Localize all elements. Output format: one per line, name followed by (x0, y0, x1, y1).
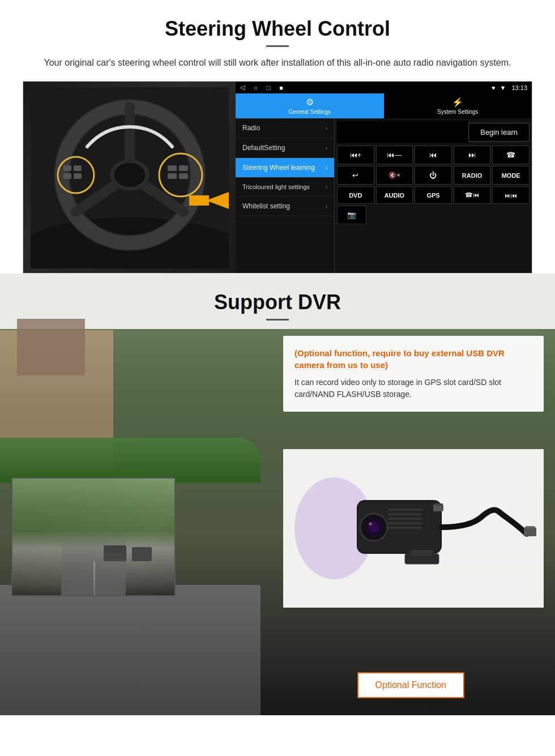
ctrl-mode[interactable]: MODE (492, 166, 530, 185)
ctrl-vol-up[interactable]: ⏮+ (337, 146, 374, 164)
chevron-right-icon: › (326, 184, 327, 190)
ctrl-audio[interactable]: AUDIO (376, 186, 413, 204)
svg-point-8 (114, 163, 146, 187)
steering-controls-area: Begin learn ⏮+ ⏮— ⏮ ⏭ ☎ ↩ 🔇× ⏻ RADIO (335, 118, 532, 273)
chevron-right-icon: › (326, 165, 327, 171)
ctrl-mute[interactable]: 🔇× (376, 166, 413, 185)
svg-rect-31 (388, 522, 422, 524)
ctrl-next-track[interactable]: ⏭ (454, 146, 491, 164)
menu-tricoloured-label: Tricoloured light settings (242, 183, 310, 190)
tab-system-label: System Settings (437, 109, 478, 115)
svg-rect-14 (74, 173, 82, 179)
road-left (0, 585, 261, 715)
svg-rect-38 (411, 550, 433, 556)
android-main-content: Radio › DefaultSetting › Steering Wheel … (236, 118, 532, 273)
steering-section: Steering Wheel Control Your original car… (0, 0, 555, 274)
tab-general-label: General Settings (289, 109, 331, 115)
svg-rect-28 (388, 509, 422, 511)
ctrl-next-prev[interactable]: ⏭⏮ (492, 186, 530, 204)
svg-rect-16 (179, 165, 188, 171)
steering-demo-area: ◁ ○ □ ■ ♥ ▼ 13:13 ⚙ General Settings ⚡ S… (23, 81, 532, 274)
nav-recent-icon[interactable]: □ (267, 84, 271, 91)
dvr-divider (266, 319, 289, 321)
control-button-grid: ⏮+ ⏮— ⏮ ⏭ ☎ ↩ 🔇× ⏻ RADIO MODE DVD AUDIO (337, 146, 530, 204)
svg-rect-12 (74, 165, 82, 171)
menu-steering-label: Steering Wheel learning (242, 164, 315, 172)
dvr-camera-svg (289, 455, 538, 602)
svg-rect-15 (168, 165, 177, 171)
ctrl-prev-track[interactable]: ⏮ (415, 146, 452, 164)
status-bar: ◁ ○ □ ■ ♥ ▼ 13:13 (236, 82, 532, 93)
ctrl-power[interactable]: ⏻ (415, 166, 452, 185)
dvr-background: Support DVR (Optional function, require … (0, 274, 555, 715)
svg-rect-29 (388, 513, 422, 515)
hedge-left (0, 438, 261, 483)
dashcam-preview-thumbnail (11, 477, 176, 596)
clock-display: 13:13 (511, 84, 527, 91)
svg-rect-35 (524, 527, 536, 536)
building-window-left (17, 319, 85, 375)
svg-point-27 (369, 522, 372, 526)
menu-item-whitelist[interactable]: Whitelist setting › (236, 197, 334, 216)
dvr-title: Support DVR (0, 291, 555, 314)
svg-rect-32 (388, 527, 422, 529)
dvr-desc-text: It can record video only to storage in G… (294, 377, 532, 400)
menu-defaultsetting-label: DefaultSetting (242, 144, 285, 152)
steering-subtitle: Your original car's steering wheel contr… (34, 56, 521, 70)
android-ui-panel: ◁ ○ □ ■ ♥ ▼ 13:13 ⚙ General Settings ⚡ S… (236, 82, 532, 273)
controls-top-bar: Begin learn (337, 121, 530, 143)
ctrl-vol-down[interactable]: ⏮— (376, 146, 413, 164)
svg-rect-36 (526, 526, 535, 528)
chevron-right-icon: › (326, 125, 327, 131)
menu-whitelist-label: Whitelist setting (242, 202, 290, 210)
svg-rect-17 (168, 173, 177, 179)
chevron-right-icon: › (326, 145, 327, 151)
gear-icon: ⚙ (306, 97, 314, 108)
menu-radio-label: Radio (242, 124, 260, 132)
begin-learn-button[interactable]: Begin learn (468, 123, 530, 142)
wifi-icon: ▼ (500, 84, 506, 91)
ctrl-back[interactable]: ↩ (337, 166, 374, 185)
optional-function-button[interactable]: Optional Function (357, 672, 464, 698)
system-icon: ⚡ (452, 97, 463, 108)
ctrl-gps[interactable]: GPS (415, 186, 452, 204)
menu-item-radio[interactable]: Radio › (236, 118, 334, 138)
nav-more-icon[interactable]: ■ (279, 84, 283, 91)
svg-rect-34 (434, 503, 443, 506)
svg-rect-20 (189, 195, 209, 206)
signal-icon: ♥ (492, 84, 496, 91)
svg-rect-18 (179, 173, 188, 179)
steering-wheel-svg (31, 87, 229, 268)
dvr-section: Support DVR (Optional function, require … (0, 274, 555, 715)
menu-item-steering-wheel[interactable]: Steering Wheel learning › (236, 158, 334, 178)
svg-rect-11 (63, 165, 71, 171)
dvr-camera-area (283, 449, 544, 608)
ctrl-phone[interactable]: ☎ (492, 146, 530, 164)
svg-rect-13 (63, 173, 71, 179)
steering-title: Steering Wheel Control (23, 17, 532, 41)
steering-wheel-photo (23, 82, 236, 274)
settings-tab-bar: ⚙ General Settings ⚡ System Settings (236, 93, 532, 118)
svg-rect-30 (388, 518, 422, 520)
chevron-right-icon: › (326, 203, 327, 210)
ctrl-phone-prev[interactable]: ☎⏮ (454, 186, 491, 204)
ctrl-radio[interactable]: RADIO (454, 166, 491, 185)
tab-system-settings[interactable]: ⚡ System Settings (384, 93, 532, 118)
ctrl-dvd[interactable]: DVD (337, 186, 374, 204)
tab-general-settings[interactable]: ⚙ General Settings (236, 93, 384, 118)
nav-home-icon[interactable]: ○ (254, 84, 258, 91)
ctrl-camera[interactable]: 📷 (337, 206, 366, 224)
menu-item-tricoloured[interactable]: Tricoloured light settings › (236, 178, 334, 197)
dvr-optional-text: (Optional function, require to buy exter… (294, 347, 532, 371)
steering-divider (266, 45, 289, 47)
menu-item-defaultsetting[interactable]: DefaultSetting › (236, 138, 334, 158)
dvr-info-box: (Optional function, require to buy exter… (283, 336, 544, 412)
settings-menu: Radio › DefaultSetting › Steering Wheel … (236, 118, 335, 273)
nav-back-icon[interactable]: ◁ (240, 84, 245, 91)
